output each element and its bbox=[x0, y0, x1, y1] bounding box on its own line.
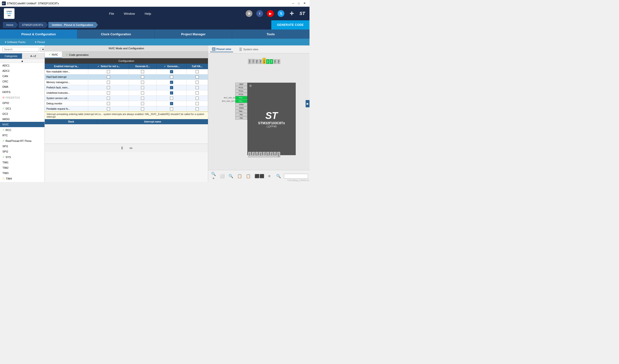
sidebar-item-gpio[interactable]: GPIO bbox=[0, 100, 44, 106]
sidebar-item-spi1[interactable]: SPI1 bbox=[0, 144, 44, 149]
row2-col1-cb[interactable] bbox=[107, 81, 110, 84]
twitter-icon[interactable]: 𝕏 bbox=[278, 10, 284, 17]
sidebar-item-tim1[interactable]: TIM1 bbox=[0, 160, 44, 165]
row3-col1-cb[interactable] bbox=[107, 86, 110, 89]
breadcrumb-home[interactable]: Home bbox=[3, 22, 18, 28]
sidebar-item-nvic[interactable]: NVIC bbox=[0, 122, 44, 127]
select-init-cell[interactable] bbox=[88, 69, 129, 74]
facebook-icon[interactable]: f bbox=[256, 10, 263, 17]
call-ha-cell[interactable] bbox=[187, 69, 208, 74]
chip-search-input[interactable] bbox=[284, 174, 308, 179]
table-row[interactable]: Undefined instructio... bbox=[45, 90, 208, 96]
sidebar-item-crc[interactable]: CRC bbox=[0, 79, 44, 84]
call-ha-cell[interactable] bbox=[187, 74, 208, 80]
sidebar-item-freertos[interactable]: ⊘ FREERTOS bbox=[0, 95, 44, 100]
tab-system-view[interactable]: System view bbox=[237, 46, 260, 52]
copy-btn1[interactable]: 📋 bbox=[236, 173, 243, 179]
row4-col2-cb[interactable] bbox=[141, 91, 144, 95]
row2-col3-cb[interactable] bbox=[170, 81, 173, 84]
sidebar-item-tim2[interactable]: TIM2 bbox=[0, 165, 44, 170]
sidebar-item-rcc[interactable]: ✓ RCC bbox=[0, 127, 44, 133]
row5-col3-cb[interactable] bbox=[170, 97, 173, 100]
row3-col2-cb[interactable] bbox=[141, 86, 144, 89]
row6-col2-cb[interactable] bbox=[141, 102, 144, 105]
breadcrumb-current[interactable]: Untitled - Pinout & Configuration bbox=[48, 22, 98, 28]
menu-window[interactable]: Window bbox=[124, 12, 135, 15]
tab-project-manager[interactable]: Project Manager bbox=[155, 29, 232, 39]
zoom-in-btn[interactable]: 🔍+ bbox=[210, 171, 217, 181]
panel-collapse-arrow[interactable]: ▶ bbox=[306, 100, 310, 107]
row3-col3-cb[interactable] bbox=[170, 86, 173, 89]
tab-tools[interactable]: Tools bbox=[232, 29, 310, 39]
sub-pinout[interactable]: ▾ Pinout bbox=[35, 41, 45, 44]
tab-pinout-configuration[interactable]: Pinout & Configuration bbox=[0, 29, 77, 39]
row7-col4-cb[interactable] bbox=[196, 107, 199, 111]
split-view-btn[interactable]: ⬛⬛ bbox=[254, 173, 265, 179]
table-row[interactable]: Hard fault interrupt bbox=[45, 74, 208, 80]
row0-col4-cb[interactable] bbox=[196, 70, 199, 73]
table-row[interactable]: Debug monitor bbox=[45, 101, 208, 106]
row7-col2-cb[interactable] bbox=[141, 107, 144, 111]
sidebar-item-adc2[interactable]: ADC2 bbox=[0, 68, 44, 73]
sidebar-item-i2c1[interactable]: ✓ I2C1 bbox=[0, 106, 44, 111]
table-row[interactable]: Prefetch fault, mem... bbox=[45, 85, 208, 90]
row7-col1-cb[interactable] bbox=[107, 107, 110, 111]
sort-asc-btn[interactable]: ⇕ bbox=[119, 145, 125, 151]
sidebar-filter-select[interactable]: ▼ bbox=[40, 47, 45, 52]
menu-help[interactable]: Help bbox=[145, 12, 151, 15]
row6-col4-cb[interactable] bbox=[196, 102, 199, 105]
sidebar-item-rtc[interactable]: RTC bbox=[0, 133, 44, 138]
sidebar-item-tim3[interactable]: TIM3 bbox=[0, 170, 44, 176]
tab-clock-configuration[interactable]: Clock Configuration bbox=[77, 29, 155, 39]
sidebar-item-i2c2[interactable]: I2C2 bbox=[0, 111, 44, 116]
row7-col3-cb[interactable] bbox=[170, 107, 173, 111]
generate-code-button[interactable]: GENERATE CODE bbox=[271, 20, 310, 29]
sidebar-scroll-up[interactable]: ▲ bbox=[0, 59, 44, 63]
gen-e-cell[interactable] bbox=[129, 69, 156, 74]
sidebar-item-dma[interactable]: DMA bbox=[0, 84, 44, 89]
table-row[interactable]: Non maskable interr... bbox=[45, 69, 208, 74]
sidebar-item-usart1[interactable]: ✓ USART1 bbox=[0, 181, 44, 182]
gen-cell[interactable] bbox=[156, 69, 187, 74]
sub-software-packs[interactable]: ▾ Software Packs bbox=[5, 41, 25, 44]
copy-btn2[interactable]: 📋 bbox=[245, 173, 252, 179]
nvic-tab-nvic[interactable]: ✓ NVIC bbox=[45, 52, 62, 58]
generate-checkbox[interactable] bbox=[163, 65, 166, 68]
sidebar-categories-btn[interactable]: Categories bbox=[0, 53, 22, 59]
nvic-tab-code-gen[interactable]: ✓ Code generation bbox=[62, 52, 92, 58]
sidebar-az-btn[interactable]: A->Z bbox=[22, 53, 44, 59]
sidebar-item-spi2[interactable]: SPI2 bbox=[0, 149, 44, 154]
menu-file[interactable]: File bbox=[109, 12, 114, 15]
sidebar-item-fatfs[interactable]: FATFS bbox=[0, 89, 44, 95]
nvic-table-scroll[interactable]: Enabled interrupt ta... Select for init … bbox=[45, 64, 208, 112]
row0-col2-cb[interactable] bbox=[141, 70, 144, 73]
tab-pinout-view[interactable]: Pinout view bbox=[210, 46, 233, 52]
gen-e-cell[interactable] bbox=[129, 74, 156, 80]
sort-desc-btn[interactable]: ⇔ bbox=[128, 145, 133, 151]
row0-col3-cb[interactable] bbox=[170, 70, 173, 73]
row0-col1-cb[interactable] bbox=[107, 70, 110, 73]
row6-col1-cb[interactable] bbox=[107, 102, 110, 105]
youtube-icon[interactable]: ▶ bbox=[267, 10, 274, 17]
zoom-out-btn[interactable]: 🔍 bbox=[227, 173, 234, 179]
sidebar-item-can[interactable]: CAN bbox=[0, 73, 44, 79]
row4-col4-cb[interactable] bbox=[196, 91, 199, 95]
table-row[interactable]: Memory manageme... bbox=[45, 80, 208, 85]
list-view-btn[interactable]: ≡ bbox=[267, 174, 271, 179]
chip-search-btn[interactable]: 🔍 bbox=[275, 173, 282, 179]
select-init-cell[interactable] bbox=[88, 74, 129, 80]
row1-col2-cb[interactable] bbox=[141, 75, 144, 79]
close-btn[interactable]: ✕ bbox=[302, 2, 308, 5]
sidebar-item-iwdg[interactable]: IWDG bbox=[0, 116, 44, 122]
breadcrumb-device[interactable]: STM32F103C8Tx bbox=[19, 22, 48, 28]
sidebar-item-adc1[interactable]: ADC1 bbox=[0, 63, 44, 68]
fit-view-btn[interactable]: ⬜ bbox=[219, 173, 225, 179]
row4-col1-cb[interactable] bbox=[107, 91, 110, 95]
sidebar-search-input[interactable] bbox=[2, 47, 39, 52]
sidebar-item-realthread[interactable]: ✓ RealThread RT-Threa bbox=[0, 138, 44, 144]
row1-col4-cb[interactable] bbox=[196, 75, 199, 79]
minimize-btn[interactable]: ─ bbox=[290, 2, 296, 5]
row1-col1-cb[interactable] bbox=[107, 75, 110, 79]
gen-cell[interactable] bbox=[156, 74, 187, 80]
select-init-checkbox[interactable] bbox=[97, 65, 100, 68]
